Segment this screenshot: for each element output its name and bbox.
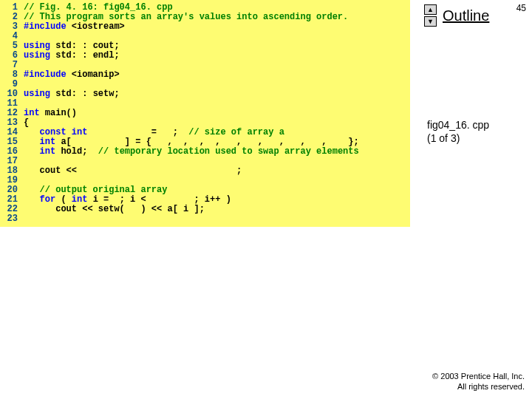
code-text: cout << setw( ) << a[ i ]; — [24, 205, 205, 214]
code-text: std: : endl; — [55, 50, 119, 61]
code-text: const int — [24, 127, 151, 137]
down-arrow-icon: ▼ — [427, 18, 434, 25]
line-number: 5 — [0, 41, 24, 51]
code-text: #include — [24, 21, 72, 32]
caption-part: (1 of 3) — [427, 132, 489, 145]
right-panel: 45 ▲ ▼ Outline fig04_16. cpp (1 of 3) © … — [414, 0, 532, 399]
outline-down-button[interactable]: ▼ — [424, 16, 437, 27]
code-text: <iostream> — [72, 21, 125, 32]
code-listing: 1// Fig. 4. 16: fig04_16. cpp 2// This p… — [0, 0, 410, 227]
code-text: <iomanip> — [72, 69, 120, 80]
line-number: 7 — [0, 61, 24, 70]
code-text: main() — [45, 108, 77, 118]
up-arrow-icon: ▲ — [427, 6, 434, 13]
code-text: hold; — [61, 146, 98, 157]
code-text: using — [24, 41, 55, 51]
line-number: 2 — [0, 13, 24, 22]
line-number: 8 — [0, 70, 24, 80]
outline-header: ▲ ▼ Outline — [424, 4, 489, 27]
line-number: 4 — [0, 32, 24, 41]
code-text: // size of array a — [188, 127, 284, 137]
copyright: © 2003 Prentice Hall, Inc. All rights re… — [432, 371, 525, 392]
copyright-line: © 2003 Prentice Hall, Inc. — [432, 371, 525, 381]
code-text: for — [24, 194, 61, 205]
code-text: std: : cout; — [55, 41, 119, 51]
code-text: using — [24, 50, 55, 61]
code-text: cout << ; — [24, 166, 242, 176]
outline-nav-buttons: ▲ ▼ — [424, 4, 437, 27]
outline-up-button[interactable]: ▲ — [424, 4, 437, 15]
caption-filename: fig04_16. cpp — [427, 118, 489, 132]
line-number: 1 — [0, 3, 24, 13]
line-number: 23 — [0, 214, 24, 224]
code-text: a[ ] = { , , , , , , , , , }; — [61, 137, 358, 147]
line-number: 3 — [0, 22, 24, 32]
page-number: 45 — [516, 3, 526, 13]
code-text: std: : setw; — [55, 89, 119, 99]
code-text: #include — [24, 69, 72, 80]
slide: 1// Fig. 4. 16: fig04_16. cpp 2// This p… — [0, 0, 532, 399]
code-text: int — [72, 194, 93, 205]
code-text: // temporary location used to swap array… — [98, 146, 359, 157]
code-text: = ; — [151, 127, 188, 137]
copyright-line: All rights reserved. — [432, 381, 525, 392]
code-text: int — [24, 108, 45, 118]
code-text: i = ; i < ; i++ ) — [93, 194, 231, 205]
code-text: ( — [61, 194, 71, 205]
line-number: 6 — [0, 51, 24, 61]
code-text: int — [24, 137, 61, 147]
slide-caption: fig04_16. cpp (1 of 3) — [427, 118, 489, 145]
code-text: int — [24, 146, 61, 157]
outline-title[interactable]: Outline — [443, 7, 489, 24]
code-text: using — [24, 89, 55, 99]
